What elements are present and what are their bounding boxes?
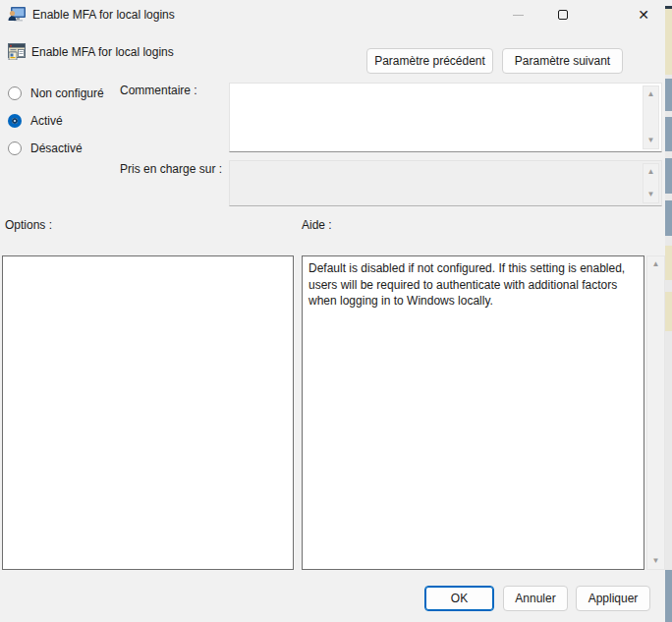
help-text: Default is disabled if not configured. I… (308, 261, 625, 308)
close-button[interactable]: ✕ (621, 0, 666, 29)
radio-disabled[interactable]: Désactivé (8, 141, 83, 155)
scroll-down-icon[interactable]: ▼ (644, 134, 658, 147)
radio-label: Activé (30, 114, 63, 128)
ok-button[interactable]: OK (424, 586, 494, 611)
maximize-icon (558, 10, 568, 20)
radio-enabled[interactable]: Activé (8, 114, 63, 128)
maximize-button[interactable] (540, 0, 586, 29)
minimize-icon (513, 15, 524, 16)
policy-setting-dialog: Enable MFA for local logins ✕ Enable MFA… (0, 0, 672, 622)
supported-on-textarea: ▲ ▼ (229, 160, 662, 206)
cancel-button[interactable]: Annuler (503, 586, 568, 611)
policy-setting-icon (8, 43, 26, 60)
group-policy-user-icon (8, 7, 26, 23)
comment-scrollbar[interactable]: ▲ ▼ (643, 85, 659, 149)
help-scrollbar[interactable]: ▲ ▼ (646, 255, 665, 570)
radio-label: Désactivé (30, 141, 83, 155)
help-panel[interactable]: Default is disabled if not configured. I… (302, 255, 644, 570)
previous-setting-button[interactable]: Paramètre précédent (366, 48, 493, 74)
help-label: Aide : (302, 218, 332, 232)
comment-label: Commentaire : (120, 84, 197, 97)
supported-on-scrollbar[interactable]: ▲ ▼ (643, 163, 659, 203)
setting-name: Enable MFA for local logins (31, 45, 174, 59)
options-panel (2, 255, 294, 570)
supported-on-label: Pris en charge sur : (120, 162, 222, 176)
scroll-up-icon[interactable]: ▲ (644, 87, 658, 101)
next-setting-button[interactable]: Paramètre suivant (502, 48, 623, 74)
background-window-edge (665, 0, 672, 622)
window-title: Enable MFA for local logins (32, 8, 175, 22)
scroll-down-icon[interactable]: ▼ (644, 188, 658, 201)
radio-not-configured[interactable]: Non configuré (8, 86, 104, 100)
close-icon: ✕ (638, 7, 649, 23)
options-label: Options : (5, 218, 52, 232)
minimize-button[interactable] (495, 0, 540, 29)
comment-textarea[interactable]: ▲ ▼ (229, 83, 662, 152)
radio-label: Non configuré (30, 86, 104, 100)
apply-button[interactable]: Appliquer (576, 586, 650, 611)
scroll-up-icon[interactable]: ▲ (647, 257, 664, 271)
radio-circle-icon (8, 86, 22, 100)
scroll-up-icon[interactable]: ▲ (644, 165, 658, 179)
radio-circle-icon (8, 114, 22, 128)
scroll-down-icon[interactable]: ▼ (647, 554, 664, 568)
radio-circle-icon (8, 141, 22, 155)
